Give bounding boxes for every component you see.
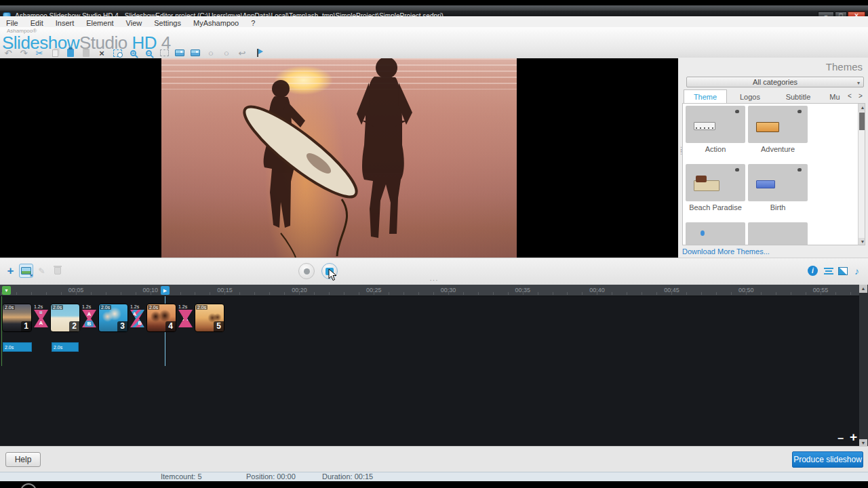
transition-duration-chip: 1.2s <box>82 304 91 309</box>
ruler-tick-00-40: 00:40 <box>581 287 614 293</box>
slide-number-chip: 4 <box>165 321 176 331</box>
letterbox-top <box>0 0 868 5</box>
action-banner-icon <box>694 122 715 130</box>
cut-icon[interactable]: ✂ <box>34 48 45 58</box>
timeline-scrollbar[interactable]: ▲ ▼ <box>859 285 868 447</box>
horizontal-splitter-handle[interactable]: ··· <box>420 277 448 284</box>
menu-bar: FileEditInsertElementViewSettingsMyAsham… <box>0 16 868 27</box>
scrollbar-thumb[interactable] <box>859 113 865 130</box>
overlay-circle <box>20 483 37 488</box>
rotate-right-icon[interactable]: ○ <box>221 48 232 58</box>
music-icon[interactable]: ♪ <box>850 264 864 277</box>
undo-icon[interactable]: ↶ <box>3 48 14 58</box>
info-icon[interactable]: i <box>806 264 820 277</box>
tracks-icon[interactable] <box>821 264 835 277</box>
transition-duration-chip: 1.2s <box>34 304 43 309</box>
timeline-transition-3[interactable]: AB <box>130 310 144 327</box>
timeline-slide-2[interactable]: 2.0s2 <box>50 304 80 332</box>
playhead-marker[interactable]: ▶ <box>161 286 170 295</box>
timeline-start-marker[interactable]: ▼ <box>2 286 11 295</box>
themes-tabs: ThemeLogosSubtitleMu<> <box>684 89 863 103</box>
slide-duration-chip: 2.0s <box>100 305 111 310</box>
delete-icon[interactable]: × <box>96 48 107 58</box>
chevron-down-icon: ▾ <box>857 79 860 88</box>
record-button[interactable] <box>298 263 315 279</box>
tab-logos[interactable]: Logos <box>727 89 773 103</box>
preview-photo <box>161 58 517 258</box>
timeline-slide-5[interactable]: 2.0s5 <box>195 304 224 332</box>
timeline-slide-4[interactable]: 2.0s4 <box>146 304 176 332</box>
timeline-slide-1[interactable]: 2.0s1 <box>2 304 32 332</box>
audio-bar-1[interactable]: 2.0s <box>3 342 32 352</box>
ruler-tick-00-15: 00:15 <box>209 287 241 293</box>
theme-card-beach[interactable] <box>686 164 745 201</box>
add-button[interactable]: + <box>3 264 18 278</box>
return-icon[interactable]: ↩ <box>237 48 248 58</box>
zoom-region-icon[interactable] <box>112 48 123 58</box>
title-bar[interactable]: Ashampoo Slideshow Studio HD 4 - Slidesh… <box>0 5 868 16</box>
tab-theme[interactable]: Theme <box>684 89 727 103</box>
ruler-tick-00-30: 00:30 <box>432 287 465 293</box>
transition-letter-b: B <box>133 320 147 326</box>
redo-icon[interactable]: ↷ <box>18 48 29 58</box>
rotate-left-icon[interactable]: ○ <box>205 48 216 58</box>
copy-icon[interactable] <box>50 48 60 58</box>
scroll-up-icon[interactable]: ▲ <box>859 104 865 112</box>
theme-deco-icon <box>735 168 739 171</box>
help-button[interactable]: Help <box>5 452 41 467</box>
theme-card-adventure[interactable] <box>748 106 808 143</box>
slide-number-chip: 1 <box>21 321 31 331</box>
theme-card-birth[interactable] <box>748 164 808 201</box>
timeline-ruler[interactable]: 00:0500:1000:1500:2000:2500:3000:3500:40… <box>0 285 868 296</box>
mouse-cursor <box>328 268 338 282</box>
theme-card-partial1[interactable] <box>686 222 745 245</box>
download-more-themes-link[interactable]: Download More Themes... <box>682 247 770 256</box>
paste-alt-icon[interactable] <box>81 48 92 58</box>
timeline[interactable]: 00:0500:1000:1500:2000:2500:3000:3500:40… <box>0 285 868 447</box>
themes-scrollbar[interactable]: ▲ ▼ <box>858 104 865 245</box>
panel-splitter-handle[interactable]: ⋮⋮ <box>678 148 681 153</box>
timeline-transition-1[interactable]: BA <box>34 310 48 327</box>
category-dropdown[interactable]: All categories ▾ <box>686 77 864 87</box>
paste-icon[interactable] <box>65 48 76 58</box>
image-icon[interactable] <box>174 48 185 58</box>
produce-slideshow-button[interactable]: Produce slideshow <box>792 451 863 468</box>
zoom-in-icon[interactable]: + <box>127 48 138 58</box>
scroll-up-icon[interactable]: ▲ <box>859 285 867 293</box>
edit-button[interactable]: ✎ <box>35 264 49 278</box>
timeline-zoom-in-button[interactable]: + <box>850 430 857 445</box>
ruler-tick-00-50: 00:50 <box>730 287 762 293</box>
theme-label-birth: Birth <box>748 203 808 211</box>
theme-card-action[interactable] <box>686 106 745 143</box>
theme-deco-icon <box>797 168 802 171</box>
scroll-down-icon[interactable]: ▼ <box>859 238 865 245</box>
timeline-transition-4[interactable]: BA <box>178 310 193 327</box>
transition-letter-a: A <box>127 311 142 317</box>
zoom-out-icon[interactable]: − <box>143 48 154 58</box>
timeline-slide-3[interactable]: 2.0s3 <box>98 304 128 332</box>
theme-card-partial2[interactable] <box>748 222 808 245</box>
ruler-tick-00-35: 00:35 <box>507 287 539 293</box>
delete-track-button[interactable] <box>50 264 64 278</box>
theme-deco-icon <box>735 110 739 113</box>
category-dropdown-value: All categories <box>753 78 797 86</box>
slide-duration-chip: 2.0s <box>52 305 63 310</box>
photo-silhouettes <box>161 58 517 258</box>
tab-subtitle[interactable]: Subtitle <box>773 89 823 103</box>
image-flip-icon[interactable] <box>190 48 201 58</box>
tab-scroll-right-icon[interactable]: > <box>859 92 863 100</box>
theme-label-adventure: Adventure <box>748 145 808 153</box>
transition-icon[interactable] <box>835 264 850 277</box>
add-image-button[interactable] <box>19 264 33 278</box>
timeline-transition-2[interactable]: AB <box>82 310 96 327</box>
pointer-flag-icon[interactable] <box>252 48 263 58</box>
status-bar: Itemcount: 5 Position: 00:00 Duration: 0… <box>0 472 868 481</box>
tab-mu[interactable]: Mu <box>823 89 846 103</box>
transition-letter-a: A <box>82 311 96 317</box>
status-itemcount: Itemcount: 5 <box>161 472 202 481</box>
timeline-zoom-out-button[interactable]: − <box>837 432 844 445</box>
audio-bar-2[interactable]: 2.0s <box>52 342 79 352</box>
tab-scroll-left-icon[interactable]: < <box>848 92 852 100</box>
ruler-tick-00-20: 00:20 <box>283 287 315 293</box>
fit-view-icon[interactable] <box>159 48 170 58</box>
